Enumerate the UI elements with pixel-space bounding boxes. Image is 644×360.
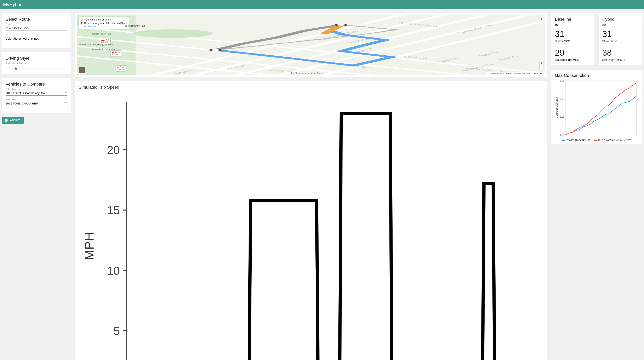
hybrid-sticker-value: 31 xyxy=(602,29,638,39)
map-card: Elm St Washington Ave Jackson St 6th Ave… xyxy=(75,13,547,77)
info-icon: i xyxy=(5,119,8,122)
gas-chart: 0.000.010.020.03Gallons of Gas Used xyxy=(555,79,638,137)
map-zoom-out-button[interactable]: − xyxy=(540,65,544,69)
map-satelite-toggle[interactable] xyxy=(79,67,85,74)
map-zoom-in-button[interactable]: + xyxy=(540,61,544,65)
baseline-sticker-value: 31 xyxy=(555,29,591,39)
map-terms-link[interactable]: Terms of Use xyxy=(514,72,525,74)
map[interactable]: Elm St Washington Ave Jackson St 6th Ave… xyxy=(77,15,545,75)
about-label: ABOUT xyxy=(10,119,20,122)
svg-text:0.01: 0.01 xyxy=(560,116,564,118)
app-title: MyHybrid xyxy=(3,2,22,7)
baseline-select[interactable]: 2016 TOYOTA Corolla 4cyl 2WD xyxy=(6,90,68,96)
map-report-link[interactable]: Report a map error xyxy=(528,72,544,74)
svg-text:Google: Google xyxy=(290,72,324,74)
map-dest-label: Coors Brewery Tour xyxy=(124,24,145,27)
svg-text:5: 5 xyxy=(114,325,120,338)
pin-marker-icon xyxy=(80,22,82,24)
svg-rect-57 xyxy=(603,24,605,25)
to-input[interactable] xyxy=(6,36,68,41)
svg-point-32 xyxy=(81,22,82,23)
map-directions-panel: Colorado School of Mines Coors Brewery T… xyxy=(79,17,130,29)
map-more-options-link[interactable]: More options xyxy=(84,25,128,28)
hybrid-sim-label: Simulated Trip MPG xyxy=(602,58,638,61)
user-icon xyxy=(540,18,543,20)
driving-heading: Driving Style xyxy=(6,56,68,61)
map-attribution: Map data ©2018 Google Terms of Use Repor… xyxy=(487,72,544,75)
gas-chart-legend: 2016 FORD C-MAX HEV 2016 TOYOTA Corolla … xyxy=(555,139,638,142)
baseline-select-label: Select Baseline xyxy=(6,88,68,90)
baseline-sim-label: Simulated Trip MPG xyxy=(555,58,591,61)
svg-text:20: 20 xyxy=(107,143,120,156)
svg-text:10: 10 xyxy=(107,264,120,277)
hybrid-title: Hybrid xyxy=(602,17,638,22)
hybrid-sticker-label: Sticker MPG xyxy=(602,39,638,45)
app-header: MyHybrid xyxy=(0,0,644,9)
svg-point-33 xyxy=(541,18,542,19)
driving-sublabel: Aggressive to Cautious xyxy=(6,62,68,64)
gas-chart-title: Gas Consumption xyxy=(555,73,638,78)
svg-text:15: 15 xyxy=(107,204,120,217)
to-label: To xyxy=(6,33,68,36)
from-label: From xyxy=(6,23,68,25)
battery-icon xyxy=(602,23,606,26)
svg-rect-58 xyxy=(606,24,606,25)
driving-style-card: Driving Style Aggressive to Cautious xyxy=(2,52,71,74)
speed-chart-card: Simulated Trip Speed 051015200235MPHTrip… xyxy=(75,81,547,360)
svg-point-28 xyxy=(210,49,221,51)
about-button[interactable]: i ABOUT xyxy=(2,117,24,124)
svg-point-29 xyxy=(336,24,346,26)
route-card: Select Route From To xyxy=(2,13,71,48)
hybrid-sim-value: 38 xyxy=(602,48,638,57)
car-icon xyxy=(555,23,558,26)
speed-chart-title: Simulated Trip Speed xyxy=(79,85,544,90)
svg-text:0.02: 0.02 xyxy=(560,97,564,100)
vehicles-heading: Vehicles to Compare xyxy=(6,82,68,87)
from-input[interactable] xyxy=(6,25,68,31)
driving-slider[interactable] xyxy=(6,68,68,69)
vehicles-card: Vehicles to Compare Select Baseline 2016… xyxy=(2,78,71,113)
circle-marker-icon xyxy=(80,19,82,21)
baseline-title: Baseline xyxy=(555,17,591,22)
svg-text:MPH: MPH xyxy=(82,232,96,260)
map-user-button[interactable] xyxy=(540,17,544,21)
speed-chart: 051015200235MPHTrip Duration (Mins) xyxy=(79,91,544,360)
svg-text:0.00: 0.00 xyxy=(560,134,564,136)
map-place-label: Colorado School of Mines xyxy=(92,48,116,50)
svg-point-27 xyxy=(132,29,213,38)
map-dest-text: Coors Brewery Tour, 13th St & Ford Stre.… xyxy=(84,22,128,24)
baseline-sim-value: 29 xyxy=(555,48,591,57)
svg-text:Gallons of Gas Used: Gallons of Gas Used xyxy=(556,97,558,118)
map-place-label: Golden History Park xyxy=(92,33,111,35)
hybrid-select-label: Select Hybrid xyxy=(6,98,68,101)
map-svg: Elm St Washington Ave Jackson St 6th Ave… xyxy=(77,15,545,75)
hybrid-select[interactable]: 2016 FORD C-MAX HEV xyxy=(6,101,68,106)
map-route-time-label: 🚗3 min0.8 mile xyxy=(116,65,126,71)
svg-point-31 xyxy=(81,19,82,20)
svg-text:0.03: 0.03 xyxy=(560,80,564,82)
map-zoom-controls: + − xyxy=(540,61,544,69)
hybrid-stat-card: Hybrid 31 Sticker MPG 38 Simulated Trip … xyxy=(598,13,642,65)
baseline-sticker-label: Sticker MPG xyxy=(555,39,591,45)
baseline-stat-card: Baseline 31 Sticker MPG 29 Simulated Tri… xyxy=(551,13,595,65)
map-route-time-label: 🚗3 min0.4 mile xyxy=(100,38,110,44)
svg-rect-68 xyxy=(565,81,636,135)
route-heading: Select Route xyxy=(6,17,68,22)
map-origin-text: Colorado School of Mines xyxy=(84,18,110,21)
gas-chart-card: Gas Consumption 0.000.010.020.03Gallons … xyxy=(551,69,642,144)
map-route-time-label: 🚗3 min0.7 mile xyxy=(110,50,121,56)
